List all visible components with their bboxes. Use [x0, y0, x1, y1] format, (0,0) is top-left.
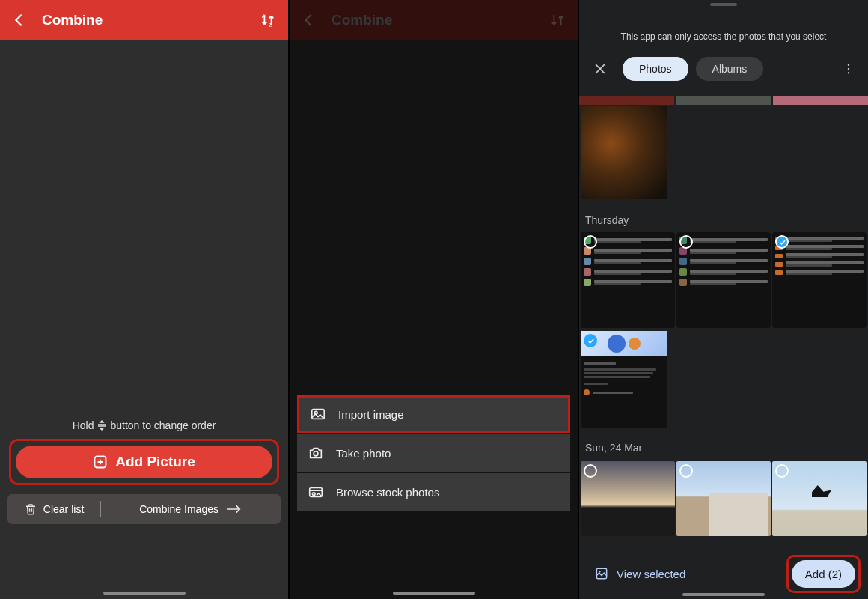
- svg-point-8: [848, 64, 849, 66]
- photo-row: [581, 232, 867, 328]
- app-header: Combine AZ: [0, 0, 288, 40]
- selection-circle[interactable]: [775, 464, 789, 478]
- stock-photos-icon: [308, 484, 324, 500]
- picker-footer: View selected Add (2): [579, 548, 868, 599]
- close-button[interactable]: [590, 58, 611, 79]
- combine-images-label: Combine Images: [139, 503, 218, 515]
- photo-row: [581, 461, 867, 536]
- photo-thumbnail[interactable]: [581, 331, 667, 428]
- selection-circle[interactable]: [679, 464, 693, 478]
- clear-list-button[interactable]: Clear list: [7, 502, 100, 516]
- option-take-photo[interactable]: Take photo: [297, 434, 570, 472]
- selection-circle[interactable]: [679, 235, 693, 249]
- svg-text:A: A: [262, 13, 266, 19]
- option-take-label: Take photo: [336, 447, 391, 460]
- add-picture-button[interactable]: Add Picture: [16, 446, 272, 478]
- svg-point-12: [599, 571, 600, 572]
- screen-photo-picker: This app can only access the photos that…: [579, 0, 868, 599]
- photo-thumbnail[interactable]: [772, 461, 867, 536]
- tab-photos[interactable]: Photos: [623, 57, 688, 81]
- screen-combine-empty: Combine AZ Hold button to change order A: [0, 0, 290, 599]
- add-picture-sheet: Import image Take photo Browse stock pho…: [297, 395, 570, 511]
- overflow-menu-button[interactable]: [840, 60, 858, 78]
- option-stock-label: Browse stock photos: [336, 486, 439, 499]
- selection-circle-checked[interactable]: [584, 334, 597, 347]
- option-import-label: Import image: [338, 408, 404, 421]
- selection-circle-checked[interactable]: [775, 235, 789, 249]
- selection-circle[interactable]: [585, 111, 599, 124]
- reorder-hint: Hold button to change order: [0, 419, 288, 431]
- selection-circle[interactable]: [584, 235, 597, 249]
- more-vert-icon: [842, 62, 855, 76]
- close-icon: [593, 61, 608, 76]
- drag-handle-icon: [97, 420, 107, 431]
- svg-point-5: [314, 451, 318, 456]
- option-browse-stock[interactable]: Browse stock photos: [297, 473, 570, 511]
- arrow-right-icon: [226, 504, 242, 514]
- home-indicator: [393, 592, 475, 595]
- svg-text:Z: Z: [269, 22, 272, 28]
- add-picture-highlight: Add Picture: [9, 439, 279, 485]
- photo-thumbnail[interactable]: [581, 461, 675, 536]
- photo-thumbnail[interactable]: [772, 232, 867, 328]
- camera-icon: [308, 445, 324, 461]
- sheet-grabber[interactable]: [710, 3, 737, 6]
- check-icon: [587, 337, 595, 345]
- check-icon: [778, 238, 786, 246]
- date-header: Thursday: [585, 214, 629, 226]
- add-picture-label: Add Picture: [115, 454, 195, 470]
- photo-grid-scroll[interactable]: Thursday: [579, 96, 868, 548]
- tab-albums[interactable]: Albums: [696, 57, 764, 81]
- top-strip-row: [579, 96, 868, 105]
- date-header: Sun, 24 Mar: [585, 442, 642, 454]
- view-selected-label: View selected: [617, 568, 685, 580]
- view-selected-button[interactable]: View selected: [587, 562, 693, 586]
- combine-images-button[interactable]: Combine Images: [101, 503, 281, 515]
- selection-circle[interactable]: [584, 464, 597, 478]
- back-button[interactable]: [9, 10, 30, 31]
- limited-access-notice: This app can only access the photos that…: [579, 0, 868, 42]
- photo-thumbnail[interactable]: [676, 461, 771, 536]
- svg-point-9: [848, 68, 849, 70]
- screen-combine-sheet: Combine Import image Take photo: [290, 0, 579, 599]
- gallery-icon: [594, 566, 609, 581]
- bottom-action-bar: Clear list Combine Images: [7, 494, 281, 524]
- trash-icon: [24, 502, 37, 516]
- add-button[interactable]: Add (2): [792, 560, 855, 588]
- photo-thumbnail[interactable]: [676, 232, 771, 328]
- sort-az-icon[interactable]: AZ: [258, 10, 278, 30]
- image-import-icon: [310, 406, 326, 422]
- svg-point-10: [848, 72, 849, 73]
- page-title: Combine: [42, 12, 103, 28]
- home-indicator: [103, 592, 186, 595]
- photo-thumbnail[interactable]: [581, 232, 675, 328]
- option-import-image[interactable]: Import image: [297, 395, 570, 433]
- picker-tab-bar: Photos Albums: [579, 42, 868, 88]
- home-indicator: [682, 593, 765, 596]
- add-button-highlight: Add (2): [786, 555, 861, 593]
- photo-thumbnail[interactable]: [581, 106, 667, 199]
- svg-point-7: [312, 493, 315, 496]
- clear-list-label: Clear list: [43, 503, 84, 515]
- plus-icon: [93, 454, 108, 469]
